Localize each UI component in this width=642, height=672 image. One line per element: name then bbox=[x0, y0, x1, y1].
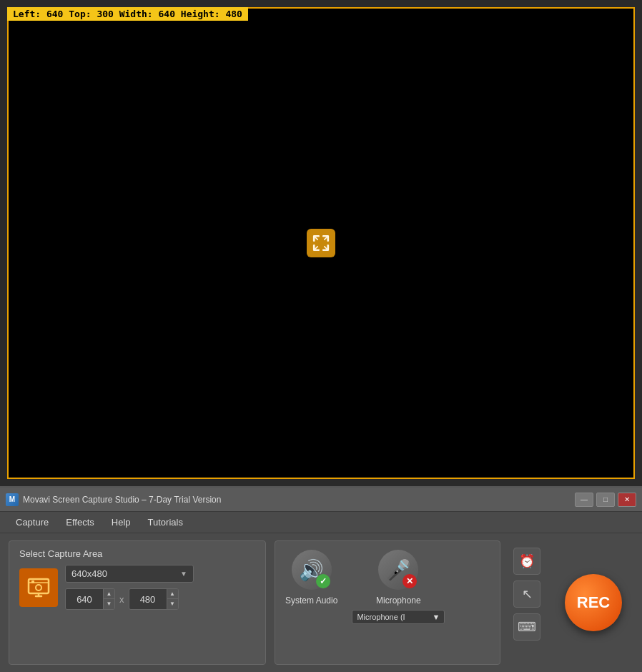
capture-section-title: Select Capture Area bbox=[19, 548, 255, 559]
title-bar-left: M Movavi Screen Capture Studio – 7-Day T… bbox=[6, 493, 221, 506]
keyboard-button[interactable]: ⌨ bbox=[513, 613, 540, 641]
maximize-button[interactable]: □ bbox=[596, 493, 615, 507]
tools-section: ⏰ ↖ ⌨ bbox=[509, 540, 545, 665]
rec-section: REC bbox=[553, 540, 633, 665]
app-title: Movavi Screen Capture Studio – 7-Day Tri… bbox=[23, 495, 221, 505]
svg-point-3 bbox=[36, 585, 41, 591]
system-audio-label: System Audio bbox=[285, 596, 337, 606]
preview-area: Left: 640 Top: 300 Width: 640 Height: 48… bbox=[0, 0, 642, 486]
title-bar: M Movavi Screen Capture Studio – 7-Day T… bbox=[0, 488, 642, 512]
position-label: Left: 640 Top: 300 Width: 640 Height: 48… bbox=[7, 7, 248, 21]
expand-icon bbox=[307, 229, 335, 257]
capture-section: Select Capture Area 640x480 ▼ bbox=[9, 540, 266, 665]
microphone-label: Microphone bbox=[376, 596, 421, 606]
mic-dropdown-value: Microphone (I bbox=[357, 613, 405, 621]
cursor-button[interactable]: ↖ bbox=[513, 580, 540, 608]
mic-dropdown-arrow-icon: ▼ bbox=[432, 613, 440, 621]
width-input[interactable]: 640 bbox=[66, 589, 103, 609]
rec-label: REC bbox=[577, 593, 610, 612]
height-spinners: ▲ ▼ bbox=[167, 589, 178, 609]
alarm-button[interactable]: ⏰ bbox=[513, 548, 540, 575]
menu-tutorials[interactable]: Tutorials bbox=[141, 515, 190, 530]
menu-help[interactable]: Help bbox=[104, 515, 138, 530]
audio-controls: 🔊 ✓ System Audio 🎤 ✕ Microphone bbox=[285, 548, 490, 624]
microphone-item: 🎤 ✕ Microphone Microphone (I ▼ bbox=[352, 548, 445, 624]
microphone-button[interactable]: 🎤 ✕ bbox=[377, 548, 420, 591]
bottom-panel: M Movavi Screen Capture Studio – 7-Day T… bbox=[0, 486, 642, 672]
system-audio-check-badge: ✓ bbox=[316, 574, 330, 588]
minimize-button[interactable]: — bbox=[575, 493, 593, 507]
microphone-dropdown[interactable]: Microphone (I ▼ bbox=[352, 610, 445, 624]
rec-button[interactable]: REC bbox=[565, 574, 622, 631]
microphone-x-badge: ✕ bbox=[403, 574, 417, 588]
microphone-icon-circle: 🎤 ✕ bbox=[378, 550, 418, 590]
capture-right: 640x480 ▼ 640 ▲ ▼ x 480 bbox=[65, 565, 194, 610]
width-input-group: 640 ▲ ▼ bbox=[65, 588, 115, 610]
height-input[interactable]: 480 bbox=[129, 589, 167, 609]
height-input-group: 480 ▲ ▼ bbox=[129, 588, 179, 610]
svg-rect-2 bbox=[31, 580, 34, 583]
resolution-dropdown[interactable]: 640x480 ▼ bbox=[65, 565, 194, 583]
system-audio-icon: 🔊 ✓ bbox=[292, 550, 332, 590]
menu-bar: Capture Effects Help Tutorials bbox=[0, 512, 642, 533]
width-spinners: ▲ ▼ bbox=[103, 589, 114, 609]
app-icon: M bbox=[6, 493, 19, 506]
width-spin-down[interactable]: ▼ bbox=[103, 599, 114, 609]
system-audio-item: 🔊 ✓ System Audio bbox=[285, 548, 337, 606]
height-spin-up[interactable]: ▲ bbox=[167, 589, 178, 599]
menu-effects[interactable]: Effects bbox=[59, 515, 102, 530]
system-audio-button[interactable]: 🔊 ✓ bbox=[290, 548, 333, 591]
size-separator: x bbox=[119, 594, 124, 605]
resolution-value: 640x480 bbox=[71, 568, 107, 579]
menu-capture[interactable]: Capture bbox=[9, 515, 56, 530]
keyboard-icon: ⌨ bbox=[518, 619, 536, 635]
dropdown-arrow-icon: ▼ bbox=[180, 570, 187, 578]
capture-controls: 640x480 ▼ 640 ▲ ▼ x 480 bbox=[19, 565, 255, 610]
alarm-icon: ⏰ bbox=[519, 553, 535, 569]
capture-overlay bbox=[7, 7, 635, 479]
cursor-icon: ↖ bbox=[522, 586, 533, 602]
title-buttons: — □ ✕ bbox=[575, 493, 636, 507]
width-spin-up[interactable]: ▲ bbox=[103, 589, 114, 599]
height-spin-down[interactable]: ▼ bbox=[167, 599, 178, 609]
close-button[interactable]: ✕ bbox=[618, 493, 636, 507]
controls-area: Select Capture Area 640x480 ▼ bbox=[0, 533, 642, 672]
capture-screen-button[interactable] bbox=[19, 568, 58, 607]
size-inputs: 640 ▲ ▼ x 480 ▲ ▼ bbox=[65, 588, 194, 610]
audio-section: 🔊 ✓ System Audio 🎤 ✕ Microphone bbox=[275, 540, 500, 665]
